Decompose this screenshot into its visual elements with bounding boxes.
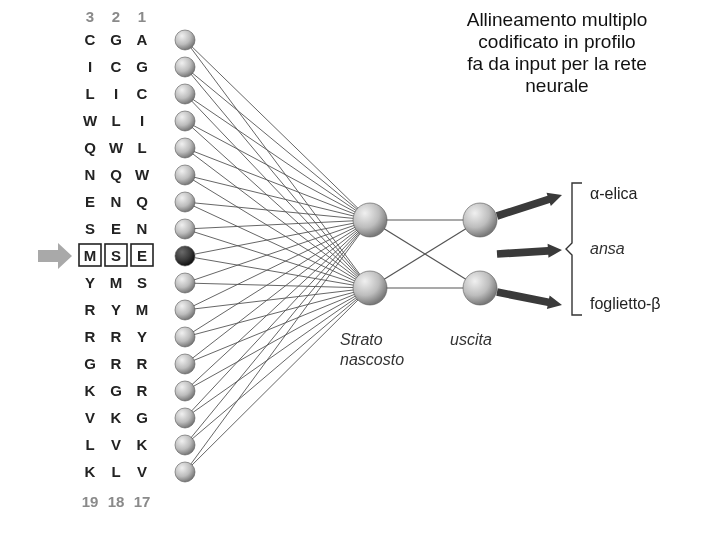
column-footer: 17 xyxy=(134,493,151,510)
aa-cell: E xyxy=(85,193,95,210)
aa-cell: K xyxy=(111,409,122,426)
input-node xyxy=(175,354,195,374)
pointer-arrow-icon xyxy=(38,243,72,269)
aa-cell: L xyxy=(85,85,94,102)
edge-input-hidden xyxy=(185,220,370,229)
hidden-node xyxy=(353,271,387,305)
aa-cell: G xyxy=(136,58,148,75)
arrow-icon xyxy=(496,193,562,220)
hidden-layer-label-1: Strato xyxy=(340,331,383,348)
edge-input-hidden xyxy=(185,148,370,288)
aa-cell: V xyxy=(85,409,95,426)
aa-cell: Q xyxy=(136,193,148,210)
aa-cell: S xyxy=(137,274,147,291)
caption-line1: Allineamento multiplo xyxy=(467,9,648,30)
aa-cell: C xyxy=(137,85,148,102)
output-node xyxy=(463,203,497,237)
caption-box: Allineamento multiplo codificato in prof… xyxy=(400,4,715,100)
aa-cell: N xyxy=(85,166,96,183)
aa-cell: N xyxy=(111,193,122,210)
input-node xyxy=(175,219,195,239)
aa-cell: R xyxy=(85,328,96,345)
edge-input-hidden xyxy=(185,256,370,288)
aa-cell: I xyxy=(114,85,118,102)
aa-cell: K xyxy=(85,463,96,480)
edge-input-hidden xyxy=(185,40,370,220)
aa-cell: E xyxy=(111,220,121,237)
output-node xyxy=(463,271,497,305)
edge-input-hidden xyxy=(185,94,370,220)
input-node xyxy=(175,165,195,185)
aa-cell: G xyxy=(110,382,122,399)
output-class-label: α-elica xyxy=(590,185,638,202)
edge-input-hidden xyxy=(185,220,370,310)
edge-input-hidden xyxy=(185,148,370,220)
aa-cell: R xyxy=(137,355,148,372)
aa-cell: M xyxy=(110,274,123,291)
input-node xyxy=(175,300,195,320)
aa-cell: R xyxy=(137,382,148,399)
aa-cell: A xyxy=(137,31,148,48)
aa-cell: K xyxy=(137,436,148,453)
output-class-label: ansa xyxy=(590,240,625,257)
aa-cell: N xyxy=(137,220,148,237)
input-node xyxy=(175,381,195,401)
aa-cell: Y xyxy=(111,301,121,318)
column-footer: 19 xyxy=(82,493,99,510)
aa-cell: M xyxy=(136,301,149,318)
caption-line2: codificato in profilo xyxy=(478,31,635,52)
aa-cell: V xyxy=(137,463,147,480)
aa-cell: Y xyxy=(137,328,147,345)
input-node-highlight xyxy=(175,246,195,266)
aa-cell: I xyxy=(88,58,92,75)
aa-cell: R xyxy=(111,328,122,345)
edge-input-hidden xyxy=(185,288,370,472)
aa-cell: L xyxy=(111,112,120,129)
input-node xyxy=(175,273,195,293)
aa-cell: K xyxy=(85,382,96,399)
input-node xyxy=(175,30,195,50)
aa-cell: Y xyxy=(85,274,95,291)
aa-cell: V xyxy=(111,436,121,453)
aa-cell: C xyxy=(85,31,96,48)
hidden-node xyxy=(353,203,387,237)
arrow-icon xyxy=(497,244,562,258)
aa-cell: L xyxy=(111,463,120,480)
hidden-layer-label-2: nascosto xyxy=(340,351,404,368)
column-header: 2 xyxy=(112,8,120,25)
aa-cell: G xyxy=(84,355,96,372)
neural-network-diagram: Allineamento multiplo codificato in prof… xyxy=(0,0,720,540)
aa-cell: W xyxy=(135,166,150,183)
aa-cell: L xyxy=(137,139,146,156)
input-node xyxy=(175,435,195,455)
output-class-label: foglietto-β xyxy=(590,295,661,312)
input-node xyxy=(175,111,195,131)
aa-cell: C xyxy=(111,58,122,75)
aa-cell: S xyxy=(111,247,121,264)
aa-cell: E xyxy=(137,247,147,264)
aa-cell: R xyxy=(111,355,122,372)
column-header: 3 xyxy=(86,8,94,25)
aa-cell: S xyxy=(85,220,95,237)
output-layer-label: uscita xyxy=(450,331,492,348)
input-node xyxy=(175,408,195,428)
brace-icon xyxy=(566,183,582,315)
aa-cell: G xyxy=(136,409,148,426)
input-node xyxy=(175,327,195,347)
edge-input-hidden xyxy=(185,202,370,288)
arrow-icon xyxy=(496,288,562,309)
aa-cell: G xyxy=(110,31,122,48)
aa-cell: W xyxy=(109,139,124,156)
caption-line4: neurale xyxy=(525,75,588,96)
column-footer: 18 xyxy=(108,493,125,510)
input-node xyxy=(175,192,195,212)
caption-line3: fa da input per la rete xyxy=(467,53,647,74)
aa-cell: M xyxy=(84,247,97,264)
aa-cell: I xyxy=(140,112,144,129)
aa-cell: R xyxy=(85,301,96,318)
aa-cell: W xyxy=(83,112,98,129)
input-node xyxy=(175,84,195,104)
edge-input-hidden xyxy=(185,175,370,288)
aa-cell: L xyxy=(85,436,94,453)
input-node xyxy=(175,462,195,482)
